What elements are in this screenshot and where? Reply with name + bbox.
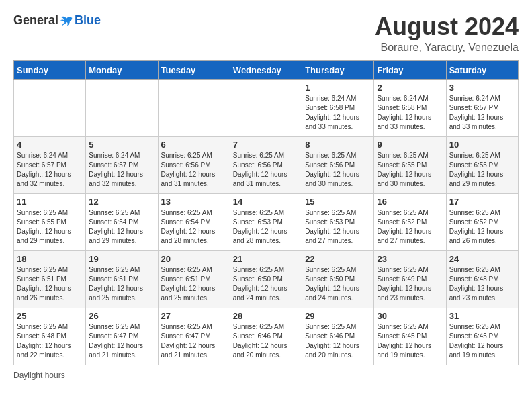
day-number: 16 [377, 197, 443, 207]
day-info: Sunrise: 6:24 AM Sunset: 6:58 PM Dayligh… [377, 94, 443, 132]
day-number: 11 [17, 197, 83, 207]
day-info: Sunrise: 6:25 AM Sunset: 6:50 PM Dayligh… [233, 265, 299, 303]
day-info: Sunrise: 6:25 AM Sunset: 6:47 PM Dayligh… [161, 322, 227, 360]
day-info: Sunrise: 6:25 AM Sunset: 6:56 PM Dayligh… [305, 151, 371, 189]
day-number: 10 [449, 140, 515, 150]
calendar-cell: 6Sunrise: 6:25 AM Sunset: 6:56 PM Daylig… [158, 136, 230, 193]
day-number: 24 [449, 254, 515, 264]
calendar-day-header: Sunday [14, 60, 86, 79]
day-number: 13 [161, 197, 227, 207]
calendar-cell: 4Sunrise: 6:24 AM Sunset: 6:57 PM Daylig… [14, 136, 86, 193]
day-info: Sunrise: 6:25 AM Sunset: 6:51 PM Dayligh… [17, 265, 83, 303]
calendar-cell [158, 79, 230, 136]
calendar-cell: 3Sunrise: 6:24 AM Sunset: 6:57 PM Daylig… [446, 79, 518, 136]
day-info: Sunrise: 6:25 AM Sunset: 6:53 PM Dayligh… [305, 208, 371, 246]
day-info: Sunrise: 6:25 AM Sunset: 6:46 PM Dayligh… [233, 322, 299, 360]
calendar-cell: 16Sunrise: 6:25 AM Sunset: 6:52 PM Dayli… [374, 193, 446, 250]
day-number: 4 [17, 140, 83, 150]
calendar-cell: 5Sunrise: 6:24 AM Sunset: 6:57 PM Daylig… [86, 136, 158, 193]
calendar-day-header: Saturday [446, 60, 518, 79]
calendar-cell [14, 79, 86, 136]
day-number: 30 [377, 311, 443, 321]
calendar-cell [86, 79, 158, 136]
calendar-cell [230, 79, 302, 136]
day-number: 7 [233, 140, 299, 150]
logo-general-text: General [13, 13, 58, 28]
day-number: 12 [89, 197, 154, 207]
calendar-cell: 19Sunrise: 6:25 AM Sunset: 6:51 PM Dayli… [86, 250, 158, 308]
calendar-cell: 11Sunrise: 6:25 AM Sunset: 6:55 PM Dayli… [14, 193, 86, 250]
calendar-cell: 18Sunrise: 6:25 AM Sunset: 6:51 PM Dayli… [14, 250, 86, 308]
calendar-cell: 9Sunrise: 6:25 AM Sunset: 6:55 PM Daylig… [374, 136, 446, 193]
calendar-week-row: 1Sunrise: 6:24 AM Sunset: 6:58 PM Daylig… [14, 79, 519, 136]
day-info: Sunrise: 6:25 AM Sunset: 6:56 PM Dayligh… [161, 151, 227, 189]
location-subtitle: Boraure, Yaracuy, Venezuela [375, 42, 519, 54]
day-number: 2 [377, 83, 443, 93]
calendar-table: SundayMondayTuesdayWednesdayThursdayFrid… [13, 60, 519, 365]
day-info: Sunrise: 6:24 AM Sunset: 6:58 PM Dayligh… [305, 94, 371, 132]
calendar-cell: 27Sunrise: 6:25 AM Sunset: 6:47 PM Dayli… [158, 308, 230, 365]
calendar-cell: 30Sunrise: 6:25 AM Sunset: 6:45 PM Dayli… [374, 308, 446, 365]
calendar-cell: 14Sunrise: 6:25 AM Sunset: 6:53 PM Dayli… [230, 193, 302, 250]
day-number: 15 [305, 197, 371, 207]
calendar-cell: 1Sunrise: 6:24 AM Sunset: 6:58 PM Daylig… [302, 79, 374, 136]
calendar-day-header: Wednesday [230, 60, 302, 79]
day-number: 8 [305, 140, 371, 150]
calendar-cell: 29Sunrise: 6:25 AM Sunset: 6:46 PM Dayli… [302, 308, 374, 365]
day-info: Sunrise: 6:25 AM Sunset: 6:54 PM Dayligh… [89, 208, 154, 246]
day-number: 27 [161, 311, 227, 321]
day-info: Sunrise: 6:25 AM Sunset: 6:49 PM Dayligh… [377, 265, 443, 303]
calendar-cell: 31Sunrise: 6:25 AM Sunset: 6:45 PM Dayli… [446, 308, 518, 365]
day-info: Sunrise: 6:25 AM Sunset: 6:45 PM Dayligh… [449, 322, 515, 360]
day-info: Sunrise: 6:25 AM Sunset: 6:54 PM Dayligh… [161, 208, 227, 246]
calendar-cell: 28Sunrise: 6:25 AM Sunset: 6:46 PM Dayli… [230, 308, 302, 365]
calendar-cell: 24Sunrise: 6:25 AM Sunset: 6:48 PM Dayli… [446, 250, 518, 308]
day-number: 5 [89, 140, 154, 150]
day-number: 19 [89, 254, 154, 264]
calendar-cell: 2Sunrise: 6:24 AM Sunset: 6:58 PM Daylig… [374, 79, 446, 136]
day-info: Sunrise: 6:25 AM Sunset: 6:46 PM Dayligh… [305, 322, 371, 360]
calendar-cell: 15Sunrise: 6:25 AM Sunset: 6:53 PM Dayli… [302, 193, 374, 250]
day-number: 29 [305, 311, 371, 321]
calendar-week-row: 11Sunrise: 6:25 AM Sunset: 6:55 PM Dayli… [14, 193, 519, 250]
calendar-cell: 8Sunrise: 6:25 AM Sunset: 6:56 PM Daylig… [302, 136, 374, 193]
day-number: 20 [161, 254, 227, 264]
day-number: 23 [377, 254, 443, 264]
day-info: Sunrise: 6:25 AM Sunset: 6:47 PM Dayligh… [89, 322, 154, 360]
day-number: 21 [233, 254, 299, 264]
calendar-day-header: Friday [374, 60, 446, 79]
day-info: Sunrise: 6:24 AM Sunset: 6:57 PM Dayligh… [89, 151, 154, 189]
calendar-day-header: Tuesday [158, 60, 230, 79]
calendar-cell: 23Sunrise: 6:25 AM Sunset: 6:49 PM Dayli… [374, 250, 446, 308]
day-number: 1 [305, 83, 371, 93]
day-number: 18 [17, 254, 83, 264]
calendar-cell: 12Sunrise: 6:25 AM Sunset: 6:54 PM Dayli… [86, 193, 158, 250]
day-number: 6 [161, 140, 227, 150]
footer-note: Daylight hours [13, 371, 519, 380]
day-number: 31 [449, 311, 515, 321]
day-number: 28 [233, 311, 299, 321]
day-info: Sunrise: 6:24 AM Sunset: 6:57 PM Dayligh… [449, 94, 515, 132]
logo-blue-text: Blue [75, 13, 101, 28]
day-number: 9 [377, 140, 443, 150]
logo: General Blue [13, 13, 101, 28]
calendar-header-row: SundayMondayTuesdayWednesdayThursdayFrid… [14, 60, 519, 79]
day-info: Sunrise: 6:25 AM Sunset: 6:48 PM Dayligh… [17, 322, 83, 360]
day-number: 25 [17, 311, 83, 321]
calendar-cell: 26Sunrise: 6:25 AM Sunset: 6:47 PM Dayli… [86, 308, 158, 365]
calendar-day-header: Thursday [302, 60, 374, 79]
day-info: Sunrise: 6:25 AM Sunset: 6:48 PM Dayligh… [449, 265, 515, 303]
day-info: Sunrise: 6:25 AM Sunset: 6:52 PM Dayligh… [449, 208, 515, 246]
day-info: Sunrise: 6:25 AM Sunset: 6:55 PM Dayligh… [17, 208, 83, 246]
calendar-cell: 21Sunrise: 6:25 AM Sunset: 6:50 PM Dayli… [230, 250, 302, 308]
logo-bird-icon [60, 14, 73, 28]
day-info: Sunrise: 6:25 AM Sunset: 6:51 PM Dayligh… [161, 265, 227, 303]
calendar-day-header: Monday [86, 60, 158, 79]
calendar-cell: 7Sunrise: 6:25 AM Sunset: 6:56 PM Daylig… [230, 136, 302, 193]
day-number: 26 [89, 311, 154, 321]
day-info: Sunrise: 6:25 AM Sunset: 6:51 PM Dayligh… [89, 265, 154, 303]
title-block: August 2024 Boraure, Yaracuy, Venezuela [375, 13, 519, 54]
month-year-title: August 2024 [375, 13, 519, 40]
calendar-cell: 22Sunrise: 6:25 AM Sunset: 6:50 PM Dayli… [302, 250, 374, 308]
calendar-cell: 13Sunrise: 6:25 AM Sunset: 6:54 PM Dayli… [158, 193, 230, 250]
